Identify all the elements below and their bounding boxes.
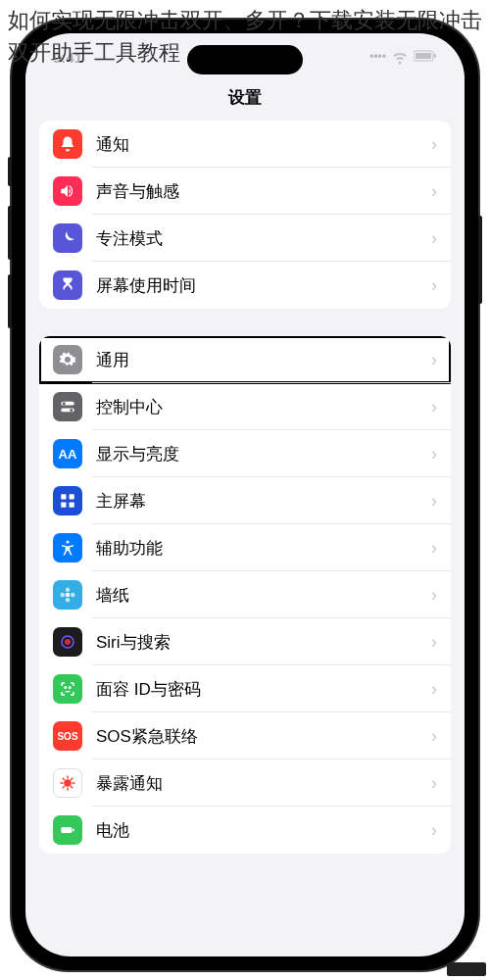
settings-group: 通知 › 声音与触感 › 专注模式 › bbox=[39, 121, 451, 309]
settings-row-accessibility[interactable]: 辅助功能 › bbox=[39, 524, 451, 571]
page-title: 设置 bbox=[228, 88, 262, 107]
chevron-right-icon: › bbox=[431, 181, 437, 202]
chevron-right-icon: › bbox=[431, 585, 437, 606]
row-label: 暴露通知 bbox=[96, 772, 431, 795]
row-label: 声音与触感 bbox=[96, 180, 431, 203]
moon-icon bbox=[53, 223, 82, 253]
row-label: 显示与亮度 bbox=[96, 443, 431, 466]
virus-icon bbox=[53, 768, 82, 798]
side-button bbox=[8, 157, 12, 186]
row-label: 辅助功能 bbox=[96, 537, 431, 560]
volume-up-button bbox=[8, 206, 12, 260]
settings-row-wallpaper[interactable]: 墙纸 › bbox=[39, 571, 451, 618]
settings-row-sos[interactable]: SOS SOS紧急联络 › bbox=[39, 712, 451, 760]
svg-point-6 bbox=[70, 409, 73, 412]
settings-row-faceid[interactable]: 面容 ID与密码 › bbox=[39, 665, 451, 712]
svg-line-29 bbox=[71, 778, 73, 780]
row-label: 专注模式 bbox=[96, 227, 431, 250]
chevron-right-icon: › bbox=[431, 632, 437, 653]
row-label: 屏幕使用时间 bbox=[96, 274, 431, 297]
row-label: Siri与搜索 bbox=[96, 631, 431, 654]
svg-point-12 bbox=[66, 593, 71, 598]
hourglass-icon bbox=[53, 270, 82, 300]
settings-row-siri[interactable]: Siri与搜索 › bbox=[39, 618, 451, 665]
svg-point-15 bbox=[61, 593, 66, 598]
chevron-right-icon: › bbox=[431, 397, 437, 417]
chevron-right-icon: › bbox=[431, 275, 437, 296]
watermark bbox=[447, 962, 486, 976]
faceid-icon bbox=[53, 674, 82, 704]
row-label: SOS紧急联络 bbox=[96, 725, 431, 748]
svg-point-13 bbox=[66, 588, 71, 593]
svg-rect-30 bbox=[61, 827, 72, 833]
svg-rect-9 bbox=[61, 503, 66, 508]
settings-row-screentime[interactable]: 屏幕使用时间 › bbox=[39, 262, 451, 309]
battery-icon bbox=[53, 815, 82, 845]
svg-point-19 bbox=[65, 687, 67, 689]
chevron-right-icon: › bbox=[431, 134, 437, 155]
row-label: 通知 bbox=[96, 133, 431, 156]
chevron-right-icon: › bbox=[431, 773, 437, 794]
svg-point-14 bbox=[66, 598, 71, 603]
flower-icon bbox=[53, 580, 82, 610]
row-label: 控制中心 bbox=[96, 396, 431, 418]
svg-point-4 bbox=[63, 402, 66, 405]
row-label: 面容 ID与密码 bbox=[96, 678, 431, 701]
settings-row-homescreen[interactable]: 主屏幕 › bbox=[39, 477, 451, 524]
bell-icon bbox=[53, 129, 82, 159]
accessibility-icon bbox=[53, 533, 82, 563]
settings-row-notifications[interactable]: 通知 › bbox=[39, 121, 451, 168]
settings-row-focus[interactable]: 专注模式 › bbox=[39, 215, 451, 262]
settings-row-battery[interactable]: 电池 › bbox=[39, 807, 451, 854]
textsize-icon: AA bbox=[53, 439, 82, 468]
chevron-right-icon: › bbox=[431, 350, 437, 370]
row-label: 墙纸 bbox=[96, 584, 431, 607]
svg-point-20 bbox=[70, 687, 72, 689]
chevron-right-icon: › bbox=[431, 538, 437, 559]
nav-bar: 设置 bbox=[25, 80, 465, 121]
volume-down-button bbox=[8, 274, 12, 328]
article-title: 如何实现无限冲击双开、多开？下载安装无限冲击双开助手工具教程 bbox=[0, 0, 490, 76]
svg-rect-10 bbox=[70, 503, 74, 508]
switches-icon bbox=[53, 392, 82, 421]
svg-rect-31 bbox=[73, 829, 74, 832]
grid-icon bbox=[53, 486, 82, 515]
speaker-icon bbox=[53, 176, 82, 206]
phone-frame: 9:41 •••• 设置 通知 bbox=[12, 20, 478, 970]
gear-icon bbox=[53, 345, 82, 374]
svg-line-26 bbox=[63, 778, 65, 780]
chevron-right-icon: › bbox=[431, 679, 437, 700]
settings-row-sounds[interactable]: 声音与触感 › bbox=[39, 168, 451, 215]
siri-icon bbox=[53, 627, 82, 657]
settings-content: 通知 › 声音与触感 › 专注模式 › bbox=[25, 121, 465, 854]
row-label: 通用 bbox=[96, 349, 431, 371]
phone-screen: 9:41 •••• 设置 通知 bbox=[25, 33, 465, 956]
row-label: 电池 bbox=[96, 819, 431, 842]
power-button bbox=[478, 216, 482, 304]
svg-point-16 bbox=[71, 593, 75, 598]
svg-point-21 bbox=[64, 779, 72, 787]
settings-row-general[interactable]: 通用 › bbox=[39, 336, 451, 383]
chevron-right-icon: › bbox=[431, 228, 437, 249]
chevron-right-icon: › bbox=[431, 726, 437, 747]
settings-group: 通用 › 控制中心 › AA 显示与亮度 › bbox=[39, 336, 451, 854]
svg-line-27 bbox=[71, 786, 73, 788]
settings-row-display[interactable]: AA 显示与亮度 › bbox=[39, 430, 451, 477]
chevron-right-icon: › bbox=[431, 491, 437, 512]
settings-row-control-center[interactable]: 控制中心 › bbox=[39, 383, 451, 430]
chevron-right-icon: › bbox=[431, 444, 437, 465]
svg-rect-7 bbox=[61, 494, 66, 499]
svg-point-18 bbox=[65, 639, 71, 645]
svg-point-11 bbox=[67, 541, 70, 544]
svg-line-28 bbox=[63, 786, 65, 788]
row-label: 主屏幕 bbox=[96, 490, 431, 513]
chevron-right-icon: › bbox=[431, 820, 437, 841]
settings-row-exposure[interactable]: 暴露通知 › bbox=[39, 760, 451, 807]
svg-rect-8 bbox=[70, 494, 74, 499]
sos-icon: SOS bbox=[53, 721, 82, 751]
